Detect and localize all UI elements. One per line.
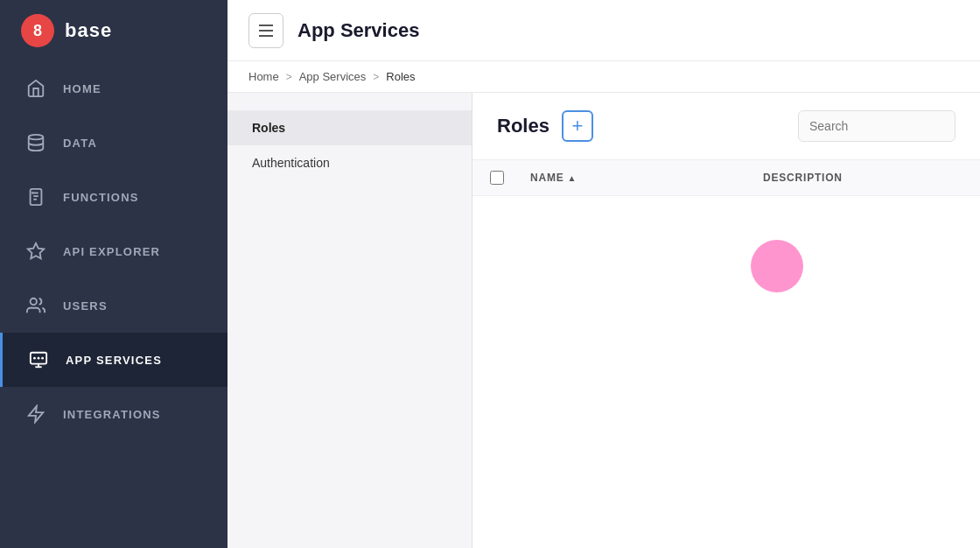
app-services-icon bbox=[27, 348, 50, 371]
select-all-checkbox[interactable] bbox=[490, 171, 504, 185]
column-desc-label: DESCRIPTION bbox=[763, 172, 843, 184]
hamburger-line-3 bbox=[259, 35, 273, 37]
logo-icon: 8 bbox=[21, 14, 54, 47]
page-title: App Services bbox=[298, 19, 419, 42]
svg-point-10 bbox=[38, 357, 40, 360]
svg-point-7 bbox=[31, 299, 37, 305]
roles-title: Roles bbox=[497, 115, 550, 137]
secondary-nav-authentication[interactable]: Authentication bbox=[228, 145, 472, 180]
sidebar-label-users: USERS bbox=[63, 299, 108, 313]
users-icon bbox=[24, 294, 47, 317]
sort-arrow-icon[interactable]: ▲ bbox=[568, 173, 578, 183]
sidebar-label-data: DATA bbox=[63, 137, 97, 150]
sidebar-label-api: API EXPLORER bbox=[63, 245, 160, 258]
hamburger-line-1 bbox=[259, 25, 273, 26]
sidebar-label-app-services: APP SERVICES bbox=[66, 354, 162, 367]
roles-header: Roles + bbox=[472, 93, 980, 160]
sidebar-item-data[interactable]: DATA bbox=[0, 116, 228, 170]
hamburger-line-2 bbox=[259, 30, 273, 32]
table-header: NAME ▲ DESCRIPTION bbox=[472, 160, 980, 196]
svg-point-9 bbox=[33, 357, 36, 360]
column-name: NAME ▲ bbox=[530, 172, 749, 184]
sidebar-label-functions: FUNCTIONS bbox=[63, 191, 139, 204]
sidebar-item-users[interactable]: USERS bbox=[0, 278, 228, 333]
column-description: DESCRIPTION bbox=[763, 172, 962, 184]
content-body: Roles Authentication Roles + NAME bbox=[228, 93, 980, 548]
breadcrumb-sep-1: > bbox=[286, 71, 292, 83]
home-icon bbox=[24, 77, 47, 100]
breadcrumb-app-services[interactable]: App Services bbox=[299, 70, 367, 83]
svg-point-5 bbox=[32, 193, 33, 193]
secondary-sidebar: Roles Authentication bbox=[228, 93, 472, 548]
sidebar-item-app-services[interactable]: APP SERVICES bbox=[0, 333, 228, 387]
functions-icon bbox=[24, 186, 47, 208]
main-content: App Services Home > App Services > Roles… bbox=[228, 0, 980, 548]
hamburger-button[interactable] bbox=[248, 13, 284, 48]
sidebar-label-home: HOME bbox=[63, 82, 102, 95]
sidebar-label-integrations: INTEGRATIONS bbox=[63, 408, 161, 421]
add-role-button[interactable]: + bbox=[562, 110, 593, 142]
roles-table: NAME ▲ DESCRIPTION bbox=[472, 160, 980, 196]
sidebar: 8 base HOME DATA FUNCTIONS AP bbox=[0, 0, 228, 548]
api-icon bbox=[24, 240, 47, 263]
select-all-checkbox-col bbox=[490, 171, 516, 185]
breadcrumb-roles: Roles bbox=[386, 70, 415, 83]
sidebar-item-api-explorer[interactable]: API EXPLORER bbox=[0, 224, 228, 278]
sidebar-item-functions[interactable]: FUNCTIONS bbox=[0, 170, 228, 224]
svg-marker-12 bbox=[29, 406, 44, 422]
logo-area: 8 base bbox=[0, 0, 228, 61]
top-header: App Services bbox=[228, 0, 980, 61]
sidebar-item-integrations[interactable]: INTEGRATIONS bbox=[0, 387, 228, 441]
breadcrumb-sep-2: > bbox=[373, 71, 379, 83]
column-name-label: NAME bbox=[530, 172, 564, 184]
secondary-nav-auth-label: Authentication bbox=[252, 156, 330, 170]
data-icon bbox=[24, 131, 47, 154]
svg-marker-6 bbox=[28, 243, 44, 258]
cursor-highlight bbox=[751, 240, 803, 292]
logo-text: base bbox=[65, 19, 112, 42]
secondary-nav-roles[interactable]: Roles bbox=[228, 110, 472, 145]
logo-number: 8 bbox=[33, 22, 42, 40]
integrations-icon bbox=[24, 403, 47, 425]
search-input[interactable] bbox=[798, 110, 956, 142]
sidebar-item-home[interactable]: HOME bbox=[0, 61, 228, 116]
svg-point-11 bbox=[41, 357, 44, 360]
breadcrumb: Home > App Services > Roles bbox=[228, 61, 980, 93]
roles-panel: Roles + NAME ▲ DESCRIPTION bbox=[472, 93, 980, 548]
svg-point-0 bbox=[29, 135, 44, 140]
secondary-nav-roles-label: Roles bbox=[252, 121, 285, 135]
breadcrumb-home[interactable]: Home bbox=[248, 70, 279, 83]
main-nav: HOME DATA FUNCTIONS API EXPLORER USERS bbox=[0, 61, 228, 548]
